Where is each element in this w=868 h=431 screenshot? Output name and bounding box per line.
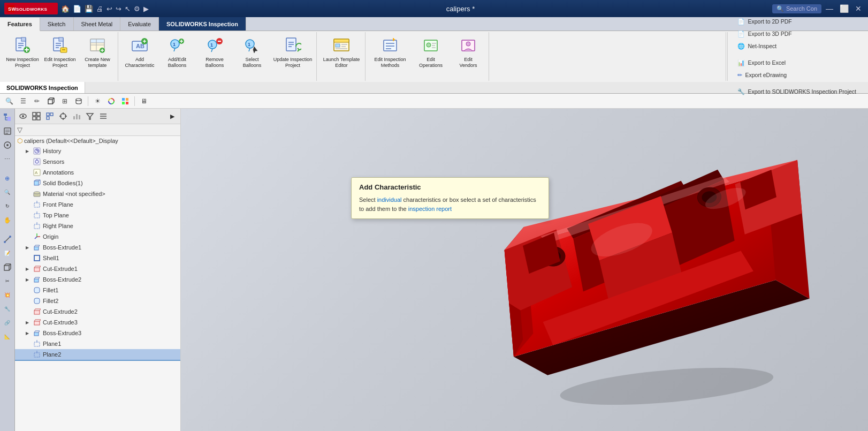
maximize-btn[interactable]: ⬜ [837,4,851,13]
options-icon[interactable]: ⚙ [134,5,140,13]
tree-item-boss-extrude2[interactable]: ▶ Boss-Extrude2 [15,274,180,285]
toolbar-search-btn[interactable]: 🔍 [3,95,15,107]
close-btn[interactable]: ✕ [853,4,864,13]
tab-evaluate[interactable]: Evaluate [120,17,159,31]
edit-inspection-methods-button[interactable]: Edit InspectionMethods [369,33,412,76]
sidebar-note-icon[interactable]: 📝 [1,247,14,260]
tab-features[interactable]: Features [0,18,40,31]
add-characteristic-button[interactable]: AB AddCharacteristic [121,33,158,76]
toolbar-grid-btn[interactable]: ⊞ [59,95,71,107]
sidebar-smart-dim-icon[interactable] [1,233,14,246]
edit-inspection-project-button[interactable]: Edit InspectionProject [42,33,78,76]
edit-operations-button[interactable]: EditOperations [413,33,449,76]
sidebar-zoom-icon[interactable]: 🔍 [1,186,14,199]
sidebar-box-icon[interactable] [1,261,14,274]
3d-view-area[interactable]: Add Characteristic Select individual cha… [181,109,868,431]
redo-icon[interactable]: ↪ [116,5,121,13]
tab-sw-inspection[interactable]: SOLIDWORKS Inspection [159,17,246,31]
home-icon[interactable]: 🏠 [61,5,70,13]
update-inspection-project-button[interactable]: Update InspectionProject [271,33,314,76]
export-3d-pdf-button[interactable]: 📄 Export to 3D PDF [732,28,862,40]
toolbar-color-btn[interactable] [119,95,131,107]
tree-item-annotations[interactable]: A Annotations [15,167,180,178]
tree-root-item[interactable]: ⬡ calipers (Default<<Default>_Display [15,136,180,146]
tree-tool-grid[interactable] [31,110,42,122]
toolbar-pencil-btn[interactable]: ✏ [31,95,43,107]
tree-tool-chevron[interactable]: ▶ [166,110,178,122]
toolbar-sun-btn[interactable]: ☀ [92,95,103,107]
tab-sketch[interactable]: Sketch [40,17,74,31]
tree-tool-chart[interactable] [71,110,82,122]
tree-item-shell1[interactable]: Shell1 [15,253,180,263]
sw-inspection-tab[interactable]: SOLIDWORKS Inspection [0,82,85,93]
sidebar-appearance-icon[interactable]: ⋯ [1,153,14,165]
sidebar-sketch2d-icon[interactable]: 📐 [1,330,14,343]
select-balloons-button[interactable]: 1 SelectBalloons [234,33,270,76]
minimize-btn[interactable]: — [824,4,835,13]
tree-item-boss-extrude1[interactable]: ▶ Boss-Extrude1 [15,242,180,253]
sidebar-pan-icon[interactable]: ✋ [1,214,14,226]
sidebar-featuretree-icon[interactable] [1,111,14,124]
root-icon: ⬡ [17,137,22,145]
net-inspect-button[interactable]: 🌐 Net-Inspect [732,41,862,52]
toolbar-cube-btn[interactable] [45,95,57,107]
undo-icon[interactable]: ↩ [106,5,112,13]
toolbar-layers-btn[interactable] [73,95,85,107]
tab-sheet-metal[interactable]: Sheet Metal [74,17,121,31]
new-inspection-project-button[interactable]: New InspectionProject [4,33,41,76]
toolbar-monitor-btn[interactable]: 🖥 [138,95,150,107]
tree-item-boss-extrude3[interactable]: ▶ Boss-Extrude3 [15,328,180,338]
sidebar-selection-icon[interactable]: ⊕ [1,172,14,185]
tree-item-fillet2[interactable]: Fillet2 [15,296,180,306]
tree-item-front-plane[interactable]: Front Plane [15,199,180,210]
tree-item-right-plane[interactable]: Right Plane [15,221,180,231]
svg-rect-81 [7,117,11,119]
tree-item-material[interactable]: Material <not specified> [15,188,180,199]
sidebar-mate-icon[interactable]: 🔗 [1,316,14,329]
tree-tool-select[interactable] [44,110,56,122]
launch-template-editor-button[interactable]: Launch TemplateEditor [320,33,363,76]
sidebar-section-icon[interactable]: ✂ [1,275,14,288]
export-sw-inspection-button[interactable]: 🔧 Export to SOLIDWORKS Inspection Projec… [732,86,862,97]
print-icon[interactable]: 🖨 [96,5,103,13]
edit-vendors-button[interactable]: EditVendors [450,33,486,76]
tree-tool-crosshair[interactable] [57,110,69,122]
remove-balloons-button[interactable]: 1 RemoveBalloons [196,33,233,76]
sidebar-propertymgr-icon[interactable] [1,125,14,138]
tree-item-origin[interactable]: Origin [15,231,180,242]
add-edit-balloons-button[interactable]: 1 Add/EditBalloons [159,33,195,76]
tree-tool-arrange[interactable] [97,110,109,122]
create-new-template-button[interactable]: Create Newtemplate [79,33,116,76]
tree-item-top-plane[interactable]: Top Plane [15,210,180,221]
tree-tool-eye[interactable] [17,110,29,122]
sidebar-parts-icon[interactable]: 🔧 [1,303,14,315]
export-excel-button[interactable]: 📊 Export to Excel [732,57,862,69]
tree-tool-filter[interactable] [84,110,96,122]
tree-item-sensors[interactable]: Sensors [15,156,180,167]
toolbar-palette-btn[interactable] [105,95,117,107]
save-icon[interactable]: 💾 [85,5,93,13]
expand-icon[interactable]: ▶ [143,5,149,13]
boss-extrude3-arrow: ▶ [26,331,31,336]
select-icon[interactable]: ↖ [125,5,131,13]
search-bar[interactable]: 🔍 Search Con [772,4,821,13]
tree-item-cut-extrude1[interactable]: ▶ Cut-Extrude1 [15,263,180,274]
sidebar-config-icon[interactable] [1,139,14,152]
export-edrawing-button[interactable]: ✏ Export eDrawing [732,70,862,81]
tree-item-cut-extrude2[interactable]: Cut-Extrude2 [15,306,180,317]
export-2d-pdf-button[interactable]: 📄 Export to 2D PDF [732,16,862,27]
tree-item-plane1[interactable]: Plane1 [15,338,180,349]
sidebar-rotate-icon[interactable]: ↻ [1,200,14,213]
tree-item-fillet1[interactable]: Fillet1 [15,285,180,296]
sidebar-explode-icon[interactable]: 💥 [1,289,14,301]
titlebar-left: SW SOLIDWORKS 🏠 📄 💾 🖨 ↩ ↪ ↖ ⚙ ▶ [4,3,149,14]
tree-item-history[interactable]: ▶ History [15,146,180,156]
tree-item-solid-bodies[interactable]: Solid Bodies(1) [15,178,180,188]
tree-item-plane2[interactable]: Plane2 [15,349,180,361]
toolbar-list-btn[interactable]: ☰ [17,95,29,107]
new-icon[interactable]: 📄 [73,5,81,13]
svg-text:SW: SW [8,6,17,12]
tree-item-cut-extrude3[interactable]: ▶ Cut-Extrude3 [15,317,180,328]
svg-rect-106 [47,113,49,116]
boss-extrude2-arrow: ▶ [26,277,31,282]
